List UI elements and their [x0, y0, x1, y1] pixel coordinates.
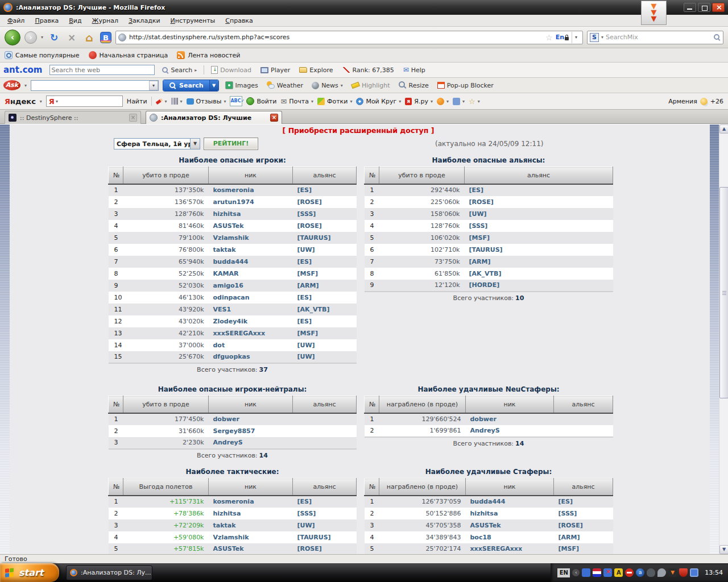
nick-cell[interactable]: ASUSTek	[209, 220, 293, 232]
menu-item[interactable]: Инструменты	[166, 16, 221, 26]
yandex-services-button[interactable]: ▾	[437, 98, 449, 105]
nick-cell[interactable]: odinpacan	[209, 292, 293, 304]
nick-cell[interactable]: ASUSTek	[466, 519, 554, 531]
alliance-cell[interactable]: [ARM]	[465, 256, 613, 268]
nick-cell[interactable]: kosmeronia	[209, 184, 293, 196]
alliance-cell[interactable]: [SSS]	[293, 208, 357, 220]
security-shield-icon[interactable]	[679, 568, 688, 577]
start-button[interactable]: start	[0, 563, 59, 582]
nick-cell[interactable]: kosmeronia	[209, 496, 293, 508]
network-error-icon[interactable]	[603, 568, 612, 577]
tab-close-icon[interactable]: ×	[270, 114, 278, 122]
menu-item[interactable]: Закладки	[123, 16, 166, 26]
nick-cell[interactable]: dobwer	[209, 413, 293, 425]
nick-cell[interactable]: xxxSEREGAxxx	[209, 327, 293, 339]
alliance-cell[interactable]: [UW]	[293, 339, 357, 351]
nick-cell[interactable]: xxxSEREGAxxx	[466, 543, 554, 555]
alliance-cell[interactable]	[554, 425, 613, 437]
messenger-icon[interactable]	[657, 568, 666, 577]
alliance-cell[interactable]: [UW]	[293, 244, 357, 256]
yandex-login-button[interactable]: Войти	[246, 97, 276, 105]
alliance-cell[interactable]: [ES]	[293, 496, 357, 508]
nick-cell[interactable]: dfguopkas	[209, 351, 293, 363]
ask-popup-blocker-button[interactable]: Pop-up Blocker	[435, 82, 496, 89]
yandex-edit-button[interactable]: ▾	[156, 99, 167, 104]
stop-button[interactable]: ×	[65, 32, 78, 43]
bookmark-start-page[interactable]: Начальная страница	[89, 51, 168, 59]
alliance-cell[interactable]: [ROSE]	[293, 196, 357, 208]
ant-search-button[interactable]: Search▸	[159, 66, 200, 74]
ant-logo[interactable]: ant.com	[3, 65, 43, 75]
reload-button[interactable]: ↻	[47, 32, 61, 43]
alliance-cell[interactable]: [TAURUS]	[465, 244, 613, 256]
ask-news-button[interactable]: News▾	[309, 82, 345, 89]
alliance-cell[interactable]: [MSF]	[293, 268, 357, 280]
menu-item[interactable]: Правка	[30, 16, 64, 26]
address-bar[interactable]: ☆ En ▾	[115, 31, 583, 44]
buy-extended-access-link[interactable]: [ Приобрести расширенный доступ ]	[105, 126, 611, 135]
alliance-cell[interactable]: [ROSE]	[293, 220, 357, 232]
ask-images-button[interactable]: Images	[223, 81, 260, 89]
tab-analyzer-ds[interactable]: :Анализатор DS: Лучшие ×	[146, 111, 282, 124]
nick-cell[interactable]: Zlodey4ik	[209, 315, 293, 327]
search-placeholder[interactable]: SearchMix	[606, 34, 711, 41]
alliance-cell[interactable]: [ARM]	[554, 531, 613, 543]
bookmark-most-popular[interactable]: Самые популярные	[5, 51, 80, 59]
bookmark-star-icon[interactable]: ☆	[545, 33, 553, 42]
tab-close-icon[interactable]: ×	[129, 114, 137, 122]
yandex-photos-button[interactable]: Фотки▾	[317, 98, 352, 105]
alliance-cell[interactable]: [ES]	[293, 184, 357, 196]
yandex-search-input[interactable]: Я▾	[46, 95, 123, 107]
cloud-sync-icon[interactable]	[647, 568, 655, 577]
nick-cell[interactable]: AndreyS	[209, 437, 293, 449]
alliance-cell[interactable]: [ES]	[465, 184, 613, 196]
search-engine-icon[interactable]: S	[590, 33, 599, 42]
menu-item[interactable]: Файл	[2, 16, 30, 26]
nick-cell[interactable]: amigo16	[209, 280, 293, 292]
flashget-drop-zone-icon[interactable]: ▼▼▼	[641, 1, 667, 25]
nick-cell[interactable]: VES1	[209, 304, 293, 315]
alliance-cell[interactable]: [TAURUS]	[293, 232, 357, 244]
yandex-favorites-button[interactable]: ☆▾	[469, 97, 480, 106]
yandex-widgets-button[interactable]: ▾	[453, 98, 465, 105]
ask-tray-icon[interactable]: a	[636, 568, 644, 577]
flashget-tray-icon[interactable]: ▼	[668, 568, 677, 577]
ask-highlight-button[interactable]: Highlight	[349, 82, 392, 89]
search-icon[interactable]	[713, 34, 721, 41]
alliance-cell[interactable]: [ROSE]	[293, 543, 357, 555]
nick-cell[interactable]: budda444	[209, 256, 293, 268]
nick-cell[interactable]: taktak	[209, 519, 293, 531]
alliance-cell[interactable]: [MSF]	[293, 327, 357, 339]
home-button[interactable]: ⌂	[82, 31, 96, 44]
ask-search-button[interactable]: Search ▼	[163, 80, 219, 92]
taskbar-task-firefox[interactable]: :Анализатор DS: Лу...	[66, 566, 152, 580]
alliance-cell[interactable]: [SSS]	[293, 508, 357, 519]
language-indicator[interactable]: EN	[557, 568, 570, 577]
alliance-cell[interactable]	[293, 437, 357, 449]
nick-cell[interactable]: hizhitsa	[209, 508, 293, 519]
rating-button[interactable]: РЕЙТИНГ!	[204, 138, 258, 150]
ant-download-button[interactable]: Download	[209, 66, 254, 74]
no-entry-icon[interactable]	[625, 568, 634, 577]
nick-cell[interactable]: ASUSTek	[209, 543, 293, 555]
ask-resize-button[interactable]: Resize	[396, 81, 431, 89]
alliance-cell[interactable]: [UW]	[293, 351, 357, 363]
alliance-cell[interactable]	[293, 413, 357, 425]
url-dropdown-icon[interactable]: ▾	[572, 32, 580, 43]
select-arrow-icon[interactable]: ▼	[190, 139, 200, 149]
ant-player-button[interactable]: Player	[258, 66, 292, 74]
nick-cell[interactable]: dobwer	[466, 413, 554, 425]
hide-icons-chevron[interactable]: ‹	[572, 569, 580, 576]
combo-dropdown-icon[interactable]: ▾	[149, 81, 158, 90]
alliance-cell[interactable]: [ROSE]	[554, 519, 613, 531]
bookmark-news-feed[interactable]: Лента новостей	[177, 51, 240, 59]
nick-cell[interactable]: Sergey8857	[209, 425, 293, 437]
menu-item[interactable]: Журнал	[87, 16, 123, 26]
scroll-down-icon[interactable]: ▼	[719, 545, 728, 554]
ant-explore-button[interactable]: Explore	[297, 66, 335, 74]
nick-cell[interactable]: hizhitsa	[466, 508, 554, 519]
language-badge[interactable]: En	[556, 34, 569, 41]
menu-item[interactable]: Вид	[64, 16, 86, 26]
remote-desktop-icon[interactable]	[690, 568, 698, 577]
vertical-scrollbar[interactable]: ▲ ▼	[719, 124, 728, 554]
